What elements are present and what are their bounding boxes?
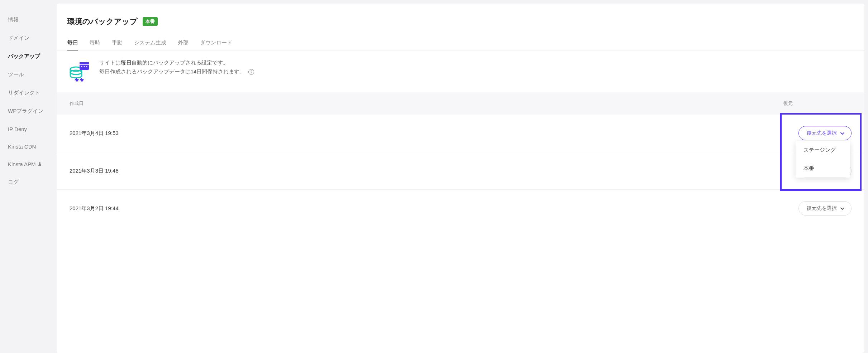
table-row: 2021年3月4日 19:53 復元先を選択: [57, 115, 864, 152]
chevron-down-icon: [840, 131, 844, 135]
info-line1-a: サイトは: [99, 60, 121, 66]
sidebar-item-label: Kinsta APM: [8, 161, 36, 167]
sidebar-item-info[interactable]: 情報: [0, 11, 57, 29]
info-line1-b: 毎日: [121, 60, 132, 66]
sidebar-item-label: WPプラグイン: [8, 108, 43, 115]
backup-date: 2021年3月3日 19:48: [70, 168, 119, 174]
sidebar: 情報 ドメイン バックアップ ツール リダイレクト WPプラグイン IP Den…: [0, 0, 57, 353]
info-section: サイトは毎日自動的にバックアップされる設定です。 毎日作成されるバックアップデー…: [57, 50, 864, 92]
sidebar-item-domain[interactable]: ドメイン: [0, 29, 57, 47]
sidebar-item-wp-plugin[interactable]: WPプラグイン: [0, 102, 57, 120]
restore-dropdown: ステージング 本番: [796, 141, 850, 178]
sidebar-item-label: Kinsta CDN: [8, 144, 36, 150]
col-restore: 復元: [783, 100, 793, 107]
page-header: 環境のバックアップ 本番: [57, 16, 864, 36]
table-header: 作成日 復元: [57, 92, 864, 115]
tab-label: 手動: [112, 39, 123, 45]
tab-daily[interactable]: 毎日: [67, 36, 78, 50]
tab-hourly[interactable]: 毎時: [90, 36, 100, 50]
environment-badge: 本番: [143, 17, 158, 26]
help-icon[interactable]: ?: [248, 69, 254, 75]
restore-select-button[interactable]: 復元先を選択: [798, 201, 852, 216]
tab-download[interactable]: ダウンロード: [200, 36, 232, 50]
sidebar-item-label: ログ: [8, 179, 19, 185]
sidebar-item-ip-deny[interactable]: IP Deny: [0, 120, 57, 138]
table-row: 2021年3月3日 19:48 復元先を選択: [57, 152, 864, 190]
svg-rect-2: [80, 62, 89, 70]
tab-external[interactable]: 外部: [178, 36, 189, 50]
col-created: 作成日: [70, 100, 84, 107]
info-line2: 毎日作成されるバックアップデータは14日間保持されます。: [99, 69, 245, 74]
info-line1-c: 自動的にバックアップされる設定です。: [132, 60, 228, 66]
sidebar-item-label: IP Deny: [8, 126, 27, 132]
restore-button-label: 復元先を選択: [807, 205, 837, 212]
tab-label: ダウンロード: [200, 39, 232, 45]
sidebar-item-label: 情報: [8, 16, 19, 23]
restore-button-label: 復元先を選択: [807, 130, 837, 136]
dropdown-option-live[interactable]: 本番: [796, 159, 850, 178]
sidebar-item-label: バックアップ: [8, 53, 40, 60]
sidebar-item-backup[interactable]: バックアップ: [0, 47, 57, 66]
tab-label: 毎時: [90, 39, 100, 45]
sidebar-item-label: リダイレクト: [8, 90, 40, 96]
chevron-down-icon: [840, 206, 844, 210]
table-row: 2021年3月2日 19:44 復元先を選択: [57, 190, 864, 227]
sidebar-item-label: ツール: [8, 71, 24, 78]
sidebar-item-tools[interactable]: ツール: [0, 66, 57, 84]
tab-label: 毎日: [67, 39, 78, 45]
svg-point-4: [81, 66, 82, 67]
backup-date: 2021年3月4日 19:53: [70, 130, 119, 137]
tab-label: 外部: [178, 39, 189, 45]
sidebar-item-kinsta-apm[interactable]: Kinsta APM: [0, 155, 57, 173]
tab-label: システム生成: [134, 39, 166, 45]
page-title: 環境のバックアップ: [67, 16, 138, 26]
backup-date: 2021年3月2日 19:44: [70, 205, 119, 212]
dropdown-option-staging[interactable]: ステージング: [796, 141, 850, 159]
main-panel: 環境のバックアップ 本番 毎日 毎時 手動 システム生成 外部 ダウンロード: [57, 4, 864, 353]
sidebar-item-label: ドメイン: [8, 35, 29, 42]
restore-select-button[interactable]: 復元先を選択: [798, 126, 852, 140]
info-text: サイトは毎日自動的にバックアップされる設定です。 毎日作成されるバックアップデー…: [99, 58, 254, 76]
svg-point-6: [86, 66, 87, 67]
svg-point-5: [84, 66, 85, 67]
database-calendar-icon: [67, 58, 91, 82]
tabs: 毎日 毎時 手動 システム生成 外部 ダウンロード: [57, 36, 864, 50]
flask-icon: [38, 162, 42, 167]
tab-system[interactable]: システム生成: [134, 36, 166, 50]
sidebar-item-kinsta-cdn[interactable]: Kinsta CDN: [0, 138, 57, 155]
tab-manual[interactable]: 手動: [112, 36, 123, 50]
sidebar-item-redirect[interactable]: リダイレクト: [0, 84, 57, 102]
sidebar-item-log[interactable]: ログ: [0, 173, 57, 191]
